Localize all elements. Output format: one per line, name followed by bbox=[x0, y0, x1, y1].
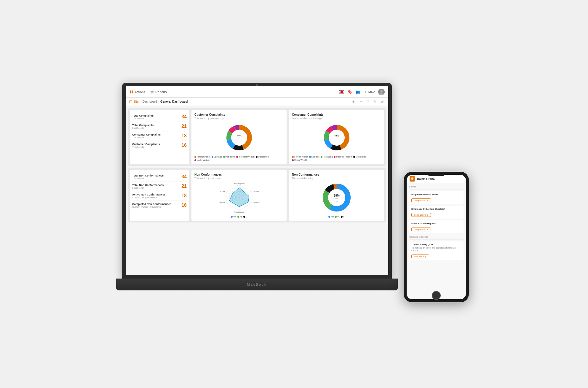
people-icon[interactable]: 👥 bbox=[355, 90, 360, 94]
more-icon[interactable]: ⊕ bbox=[380, 99, 385, 104]
nc-rating-legend: mn Mj C bbox=[292, 216, 381, 218]
phone-app-header: Training Portal bbox=[407, 175, 466, 183]
stat-completed-nc: Completed Non Conformances Current waiti… bbox=[132, 201, 187, 210]
stat-total-nc-last: Total Non Conformances Last Month 21 bbox=[132, 182, 187, 191]
laptop-brand-label: MacBook bbox=[247, 283, 267, 286]
phone-form-induction: Employee Induction Checklist Complete Fo… bbox=[409, 206, 464, 219]
nc-rating-chart: Non Conformances This month by rating bbox=[289, 170, 384, 221]
header-right: 🔖 👥 Hi, Mike bbox=[339, 89, 385, 95]
svg-rect-6 bbox=[151, 93, 152, 93]
actions-icon bbox=[129, 90, 133, 94]
nonconformances-row: Total Non Conformances This Month 34 Tot… bbox=[128, 168, 386, 222]
scene: Actions Reports 🔖 👥 Hi, Mik bbox=[116, 83, 472, 305]
actions-nav-item[interactable]: Actions bbox=[129, 90, 145, 94]
svg-marker-36 bbox=[229, 188, 249, 207]
breadcrumb-bar: Sitel › Dashboard › General Dashboard 👁 … bbox=[126, 98, 388, 106]
svg-text:10: 10 bbox=[239, 191, 241, 192]
svg-rect-1 bbox=[132, 90, 133, 92]
laptop: Actions Reports 🔖 👥 Hi, Mik bbox=[116, 83, 398, 290]
svg-text:59%: 59% bbox=[333, 194, 339, 197]
reports-nav-item[interactable]: Reports bbox=[150, 90, 167, 94]
svg-point-8 bbox=[379, 93, 384, 95]
image-icon[interactable]: ⊞ bbox=[366, 99, 370, 104]
svg-text:Manufacturing: Manufacturing bbox=[234, 211, 244, 213]
user-greeting: Hi, Mike bbox=[363, 90, 375, 94]
customer-complaints-chart: Customer Complaints This month by compla… bbox=[191, 110, 287, 164]
svg-text:Storage: Storage bbox=[220, 190, 225, 192]
breadcrumb-tools: 👁 ＋ ⊞ ✎ ⊕ bbox=[351, 99, 385, 104]
svg-text:44%: 44% bbox=[237, 134, 241, 137]
reports-icon bbox=[150, 90, 154, 94]
phone-device: Training Portal Forms Employee Details S… bbox=[404, 172, 469, 302]
complete-form-btn-2[interactable]: Complete Form bbox=[411, 228, 431, 231]
complaints-row: Total Complaints This Month 34 Total Com… bbox=[128, 108, 386, 166]
actions-label: Actions bbox=[135, 90, 145, 94]
consumer-chart-legend: Foreign Matter Spoilage Packaging Incorr… bbox=[292, 156, 381, 161]
consumer-complaints-chart: Consumer Complaints Last month by compla… bbox=[289, 110, 384, 164]
stat-total-nc-month: Total Non Conformances This Month 34 bbox=[132, 172, 187, 182]
svg-rect-2 bbox=[130, 92, 131, 93]
svg-rect-4 bbox=[151, 91, 154, 92]
svg-point-7 bbox=[380, 90, 383, 93]
laptop-screen: Actions Reports 🔖 👥 Hi, Mik bbox=[126, 86, 388, 275]
customer-chart-legend: Foreign Matter Spoilage Packaging Incorr… bbox=[194, 156, 284, 161]
svg-text:Retail Handling: Retail Handling bbox=[234, 182, 245, 184]
svg-rect-5 bbox=[151, 92, 154, 93]
svg-text:44%: 44% bbox=[334, 134, 339, 137]
breadcrumb: Sitel › Dashboard › General Dashboard bbox=[129, 100, 188, 103]
phone-logo bbox=[410, 176, 415, 182]
language-flag[interactable] bbox=[339, 90, 344, 94]
user-avatar[interactable] bbox=[378, 89, 385, 95]
svg-text:Transport: Transport bbox=[218, 202, 225, 203]
complete-form-btn-1[interactable]: Complete Form bbox=[411, 213, 431, 217]
app-header: Actions Reports 🔖 👥 Hi, Mik bbox=[126, 86, 388, 98]
svg-text:2%: 2% bbox=[335, 201, 338, 202]
complete-form-btn-0[interactable]: Complete Form bbox=[411, 198, 431, 202]
nc-root-cause-chart: Non Conformances This month by root caus… bbox=[191, 170, 287, 221]
stat-consumer-complaints: Consumer Complaints This Month 18 bbox=[132, 131, 187, 141]
nc-root-legend: mn Mj C bbox=[194, 216, 284, 218]
nc-stats: Total Non Conformances This Month 34 Tot… bbox=[130, 170, 189, 221]
stat-customer-complaints: Customer Complaints This Month 16 bbox=[132, 141, 187, 150]
dashboard: Total Complaints This Month 34 Total Com… bbox=[126, 106, 388, 275]
svg-text:Contract Packer: Contract Packer bbox=[253, 202, 260, 203]
phone-content: Forms Employee Details Sheet Complete Fo… bbox=[407, 183, 466, 299]
phone-notch bbox=[427, 174, 445, 176]
svg-rect-3 bbox=[132, 92, 133, 93]
radar-area: Retail Handling Supplier Contract Packer… bbox=[194, 181, 284, 214]
breadcrumb-dashboard[interactable]: Dashboard bbox=[143, 100, 157, 103]
stat-active-nc: Active Non Conformances Current being wo… bbox=[132, 191, 187, 201]
reports-label: Reports bbox=[155, 90, 167, 94]
customer-donut-area: 44% bbox=[194, 121, 284, 154]
laptop-body: Actions Reports 🔖 👥 Hi, Mik bbox=[122, 83, 392, 279]
phone-training-section: Training Courses bbox=[409, 236, 464, 240]
phone-forms-section: Forms bbox=[409, 185, 464, 190]
start-training-btn[interactable]: Start Training bbox=[411, 255, 429, 258]
phone-app-title: Training Portal bbox=[417, 177, 435, 180]
phone-training-tractor: Tractor Safety Quiz Tractor quiz on safe… bbox=[409, 241, 464, 260]
breadcrumb-site[interactable]: Sitel bbox=[133, 100, 139, 103]
bookmark-icon[interactable]: 🔖 bbox=[347, 90, 352, 94]
breadcrumb-page: General Dashboard bbox=[160, 100, 188, 103]
stat-total-complaints-last: Total Complaints Last Month 21 bbox=[132, 122, 187, 131]
eye-icon[interactable]: 👁 bbox=[351, 99, 356, 104]
header-nav: Actions Reports bbox=[129, 90, 167, 94]
svg-text:12%: 12% bbox=[335, 198, 338, 200]
stat-total-complaints-month: Total Complaints This Month 34 bbox=[132, 112, 187, 122]
phone-screen: Training Portal Forms Employee Details S… bbox=[407, 175, 466, 299]
add-icon[interactable]: ＋ bbox=[359, 99, 363, 104]
edit-icon[interactable]: ✎ bbox=[373, 99, 378, 104]
phone-form-employee-details: Employee Details Sheet Complete Form bbox=[409, 191, 464, 204]
laptop-camera bbox=[256, 84, 258, 86]
svg-text:Supplier: Supplier bbox=[253, 190, 259, 192]
svg-text:15: 15 bbox=[239, 187, 241, 189]
phone-home-button[interactable] bbox=[432, 291, 441, 300]
complaints-stats: Total Complaints This Month 34 Total Com… bbox=[130, 110, 189, 164]
rating-donut-area: 59% 12% 2% bbox=[292, 181, 381, 214]
phone-form-maintenance: Maintenance Request Complete Form bbox=[409, 220, 464, 233]
laptop-base: MacBook bbox=[116, 279, 398, 290]
svg-rect-9 bbox=[130, 101, 132, 103]
consumer-donut-area: 44% bbox=[292, 121, 381, 154]
svg-rect-0 bbox=[130, 90, 131, 92]
svg-text:20: 20 bbox=[239, 184, 241, 185]
